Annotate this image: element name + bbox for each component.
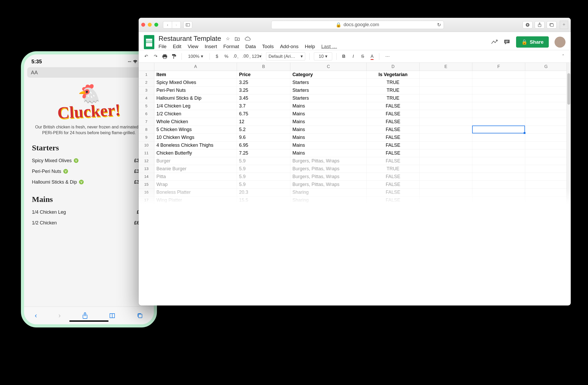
cell[interactable]: 10 Chicken Wings [154,134,237,141]
cell[interactable] [525,134,567,141]
table-row[interactable]: 17Wing Platter15.5SharingFALSE [139,196,571,204]
cell[interactable]: 5.9 [237,165,290,173]
table-row[interactable]: 85 Chicken Wings5.2MainsFALSE [139,126,571,134]
cell[interactable] [472,71,525,78]
cell[interactable]: Sharing [290,189,367,196]
cell[interactable] [472,189,525,196]
cell[interactable]: Whole Chicken [154,118,237,126]
strike-icon[interactable]: S [360,54,365,59]
downloads-button[interactable] [523,21,533,29]
share-button[interactable] [535,21,545,29]
phone-urlbar[interactable]: AA ↻ [27,67,151,78]
cell[interactable]: FALSE [367,149,420,157]
cell[interactable]: Burgers, Pittas, Wraps [290,165,367,173]
cell[interactable]: Wrap [154,181,237,188]
cell[interactable] [525,149,567,157]
table-row[interactable]: 3Peri-Peri Nuts3.25StartersTRUE [139,87,571,94]
cell[interactable] [420,141,472,149]
zoom-select[interactable]: 100% ▾ [186,53,205,60]
cell[interactable]: FALSE [367,126,420,133]
cell[interactable]: Pitta [154,173,237,180]
address-bar[interactable]: 🔒 docs.google.com ↻ [271,21,444,29]
cell[interactable] [472,134,525,141]
cell[interactable] [472,149,525,157]
font-size-select[interactable]: 10 ▾ [314,52,332,60]
row-header[interactable]: 2 [139,79,154,86]
sheets-app-icon[interactable] [144,35,154,49]
bookmarks-icon[interactable] [109,313,115,319]
cell[interactable] [472,118,525,126]
menu-view[interactable]: View [188,44,198,49]
cell[interactable]: 12 [237,118,290,126]
cell[interactable] [420,87,472,94]
col-header[interactable]: C [290,63,367,71]
cell[interactable] [420,196,472,204]
cell[interactable]: Mains [290,141,367,149]
cell[interactable]: 6.75 [237,110,290,118]
last-edit-link[interactable]: Last … [321,44,337,49]
cell[interactable]: 1/2 Chicken [154,110,237,118]
cell[interactable] [420,118,472,126]
share-icon[interactable] [82,312,88,319]
cell[interactable] [420,189,472,196]
cell[interactable] [472,173,525,180]
cell[interactable]: 5.2 [237,126,290,133]
col-header[interactable]: F [472,63,525,71]
vertical-scrollbar[interactable] [567,63,571,204]
table-row[interactable]: 16Boneless Platter20.3SharingFALSE [139,189,571,196]
tabs-button[interactable] [547,21,557,29]
row-header[interactable]: 5 [139,102,154,110]
table-row[interactable]: 61/2 Chicken6.75MainsFALSE [139,110,571,118]
row-header[interactable]: 11 [139,149,154,157]
new-tab-button[interactable]: + [560,21,568,29]
row-header[interactable]: 12 [139,157,154,165]
menu-data[interactable]: Data [245,44,256,49]
redo-icon[interactable]: ↷ [153,54,159,59]
col-header[interactable]: A [154,63,237,71]
cloud-status-icon[interactable] [245,37,251,41]
menu-item-row[interactable]: Peri-Peri NutsV£3.25 [32,166,146,177]
cell[interactable] [525,126,567,133]
cell[interactable] [525,173,567,180]
cell[interactable] [472,79,525,86]
cell[interactable] [472,110,525,118]
back-icon[interactable]: ‹ [35,312,37,320]
cell[interactable]: FALSE [367,102,420,110]
cell[interactable]: 6.95 [237,141,290,149]
nav-forward-button[interactable]: › [172,21,181,29]
cell[interactable]: Mains [290,102,367,110]
cell[interactable]: Burgers, Pittas, Wraps [290,181,367,188]
row-header[interactable]: 9 [139,134,154,141]
col-header[interactable]: G [525,63,567,71]
table-row[interactable]: 7Whole Chicken12MainsFALSE [139,118,571,126]
cell[interactable]: Mains [290,134,367,141]
table-row[interactable]: 11Chicken Butterfly7.25MainsFALSE [139,149,571,157]
menu-item-row[interactable]: Halloumi Sticks & DipV£3.45 [32,177,146,188]
row-header[interactable]: 17 [139,196,154,204]
row-header[interactable]: 4 [139,94,154,102]
print-icon[interactable] [162,54,168,59]
col-header[interactable]: D [367,63,420,71]
cell[interactable] [472,165,525,173]
cell[interactable] [525,87,567,94]
user-avatar[interactable] [555,37,566,48]
cell[interactable]: Beanie Burger [154,165,237,173]
cell[interactable]: Peri-Peri Nuts [154,87,237,94]
cell[interactable] [525,79,567,86]
table-header-row[interactable]: 1ItemPriceCategoryIs Vegetarian [139,71,571,79]
cell[interactable]: 5.9 [237,157,290,165]
table-row[interactable]: 13Beanie Burger5.9Burgers, Pittas, Wraps… [139,165,571,173]
reload-icon[interactable]: ↻ [437,22,441,28]
cell[interactable]: Category [290,71,367,78]
cell[interactable] [525,102,567,110]
menu-edit[interactable]: Edit [173,44,182,49]
cell[interactable] [420,149,472,157]
cell[interactable]: Starters [290,94,367,102]
comments-icon[interactable] [504,39,510,45]
menu-insert[interactable]: Insert [205,44,217,49]
table-row[interactable]: 12Burger5.9Burgers, Pittas, WrapsFALSE [139,157,571,165]
cell[interactable]: Boneless Platter [154,189,237,196]
bold-icon[interactable]: B [341,54,347,59]
menu-item-row[interactable]: Spicy Mixed OlivesV£3.25 [32,155,146,166]
nav-back-button[interactable]: ‹ [163,21,172,29]
